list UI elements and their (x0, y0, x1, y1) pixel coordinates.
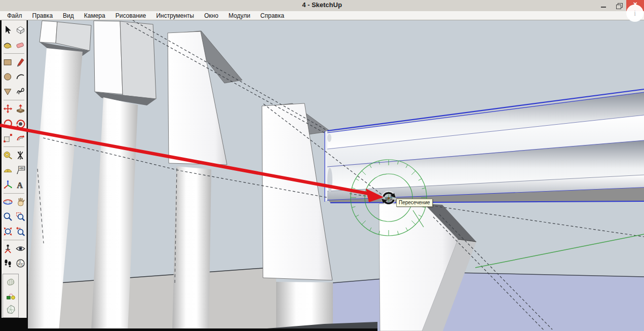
zoom-previous-tool[interactable] (14, 224, 27, 239)
rotate-tool[interactable] (2, 116, 14, 131)
orbit-tool[interactable] (2, 195, 14, 209)
rotate-icon (3, 118, 13, 129)
minimize-button[interactable] (596, 0, 611, 11)
make-component-tool[interactable] (14, 23, 27, 38)
zoomwin-icon (15, 211, 26, 222)
toolbar-separator (4, 193, 24, 194)
restore-icon (616, 3, 622, 8)
text3d-icon (15, 179, 26, 190)
poly-icon (6, 304, 16, 315)
dimension-icon (15, 150, 26, 161)
select-icon (3, 25, 13, 35)
sketchup-window: 4 - SketchUp ✕ ФайлПравкаВидКамераРисова… (0, 0, 644, 331)
toolbar-separator (4, 146, 24, 147)
polygon-tool[interactable] (2, 84, 14, 99)
text-tool[interactable] (14, 163, 27, 177)
toolbar-separator (4, 100, 24, 100)
protractor-icon (3, 165, 13, 175)
watermark-circle: i (626, 5, 643, 22)
tree-icon (6, 277, 16, 287)
poscam-icon (3, 243, 13, 254)
circle-tool[interactable] (2, 69, 14, 84)
scale-icon (3, 133, 13, 143)
toolbar-section-plugins (3, 274, 19, 318)
rectangle-tool[interactable] (2, 55, 14, 69)
tape-measure-tool[interactable] (2, 148, 14, 163)
polygon-icon (3, 86, 13, 97)
zoom-icon (3, 211, 13, 222)
freehand-tool[interactable] (14, 84, 27, 99)
zoomprev-icon (15, 226, 26, 237)
text-icon (15, 165, 26, 175)
3d-text-tool[interactable] (14, 177, 27, 192)
paint-bucket-tool[interactable] (2, 38, 14, 52)
tree-plugin-tool[interactable] (5, 275, 17, 289)
menu-item-5[interactable]: Рисование (110, 12, 151, 20)
select-tool[interactable] (2, 23, 14, 38)
section-plane-tool[interactable] (14, 256, 27, 271)
line-icon (15, 57, 26, 67)
toolbar-separator (4, 53, 24, 54)
menu-item-9[interactable]: Справка (255, 12, 289, 20)
freehand-icon (15, 86, 26, 97)
menu-item-3[interactable]: Вид (58, 12, 79, 20)
dimension-tool[interactable] (14, 148, 27, 163)
toolbar (0, 20, 28, 331)
toolbar-section-principal (2, 23, 26, 52)
eraser-icon (15, 40, 26, 50)
zoom-tool[interactable] (2, 209, 14, 224)
protractor-tool[interactable] (2, 163, 14, 177)
paint-icon (3, 40, 13, 50)
offset-tool[interactable] (14, 131, 27, 145)
menu-item-2[interactable]: Правка (27, 12, 58, 20)
polyhedron-plugin-tool[interactable] (5, 303, 17, 316)
restore-button[interactable] (611, 0, 626, 11)
arc-icon (15, 71, 26, 82)
arc-tool[interactable] (14, 69, 27, 84)
component-icon (15, 25, 26, 35)
orbit-icon (3, 197, 13, 207)
menu-bar: ФайлПравкаВидКамераРисованиеИнструментыО… (0, 11, 644, 20)
intersection-tooltip: Пересечение (396, 199, 433, 207)
walk-icon (3, 258, 13, 269)
toolbar-section-modification (2, 101, 26, 145)
menu-item-4[interactable]: Камера (79, 12, 110, 20)
position-camera-tool[interactable] (2, 241, 14, 256)
toolbar-body (2, 20, 27, 318)
walk-tool[interactable] (2, 256, 14, 271)
toolbar-section-camera (2, 195, 26, 239)
move-icon (3, 103, 13, 114)
zoom-extents-tool[interactable] (2, 224, 14, 239)
zoomext-icon (3, 226, 13, 237)
look-around-tool[interactable] (14, 241, 27, 256)
circle-icon (3, 71, 13, 82)
menu-item-8[interactable]: Модули (223, 12, 255, 20)
scale-tool[interactable] (2, 131, 14, 145)
toolbar-section-drawing (2, 55, 26, 99)
menu-item-1[interactable]: Файл (2, 12, 27, 20)
zoom-window-tool[interactable] (14, 209, 27, 224)
pan-tool[interactable] (14, 195, 27, 209)
toolbar-separator (4, 240, 24, 240)
column-base-shaft (276, 282, 333, 331)
minimize-icon (601, 7, 606, 8)
menu-item-7[interactable]: Окно (199, 12, 223, 20)
section-icon (15, 258, 26, 269)
pathanim-icon (6, 290, 16, 301)
move-tool[interactable] (2, 101, 14, 116)
push-pull-tool[interactable] (14, 101, 27, 116)
follow-me-tool[interactable] (14, 116, 27, 131)
viewport-canvas[interactable] (28, 20, 644, 331)
rotate-cursor-icon (382, 193, 396, 204)
toolbar-section-walkthrough (2, 241, 26, 271)
toolbar-section-construction (2, 148, 26, 192)
offset-icon (15, 133, 26, 143)
eraser-tool[interactable] (14, 38, 27, 52)
window-title: 4 - SketchUp (0, 1, 644, 9)
menu-item-6[interactable]: Инструменты (151, 12, 199, 20)
pushpull-icon (15, 103, 26, 114)
path-plugin-tool[interactable] (5, 289, 17, 303)
axes-tool[interactable] (2, 177, 14, 192)
look-icon (15, 243, 26, 254)
line-tool[interactable] (14, 55, 27, 69)
